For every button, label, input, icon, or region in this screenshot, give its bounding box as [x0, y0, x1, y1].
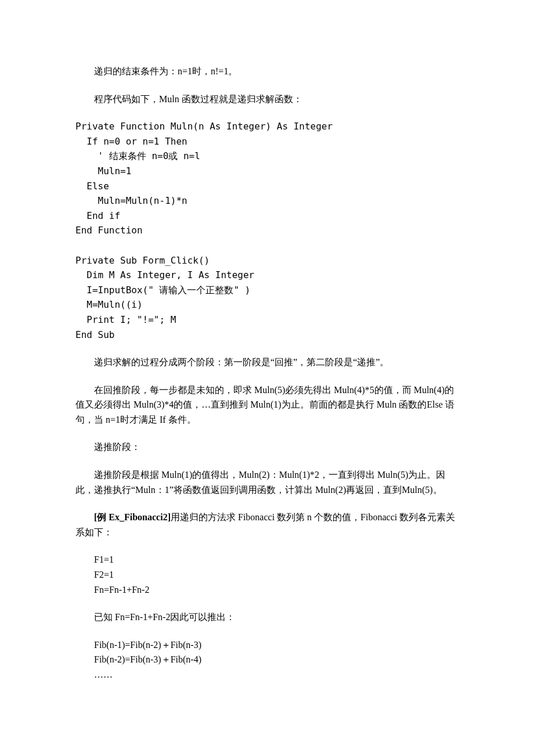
equation-block: F1=1 F2=1 Fn=Fn-1+Fn-2: [75, 552, 459, 597]
equation-block: Fib(n-1)=Fib(n-2)＋Fib(n-3) Fib(n-2)=Fib(…: [75, 638, 459, 682]
paragraph: 递推阶段：: [75, 440, 459, 455]
paragraph: 已知 Fn=Fn-1+Fn-2因此可以推出：: [75, 610, 459, 625]
document-page: 递归的结束条件为：n=1时，n!=1。 程序代码如下，Muln 函数过程就是递归…: [0, 0, 534, 756]
paragraph: 递归求解的过程分成两个阶段：第一阶段是“回推”，第二阶段是“递推”。: [75, 355, 459, 370]
paragraph: 递归的结束条件为：n=1时，n!=1。: [75, 64, 459, 79]
code-block: Private Function Muln(n As Integer) As I…: [75, 119, 459, 342]
paragraph: [例 Ex_Fibonacci2]用递归的方法求 Fibonacci 数列第 n…: [75, 510, 459, 539]
paragraph: 在回推阶段，每一步都是未知的，即求 Muln(5)必须先得出 Muln(4)*5…: [75, 383, 459, 427]
paragraph: 递推阶段是根据 Muln(1)的值得出，Muln(2)：Muln(1)*2，一直…: [75, 467, 459, 497]
paragraph: 程序代码如下，Muln 函数过程就是递归求解函数：: [75, 92, 459, 107]
example-label: [例 Ex_Fibonacci2]: [94, 512, 171, 522]
